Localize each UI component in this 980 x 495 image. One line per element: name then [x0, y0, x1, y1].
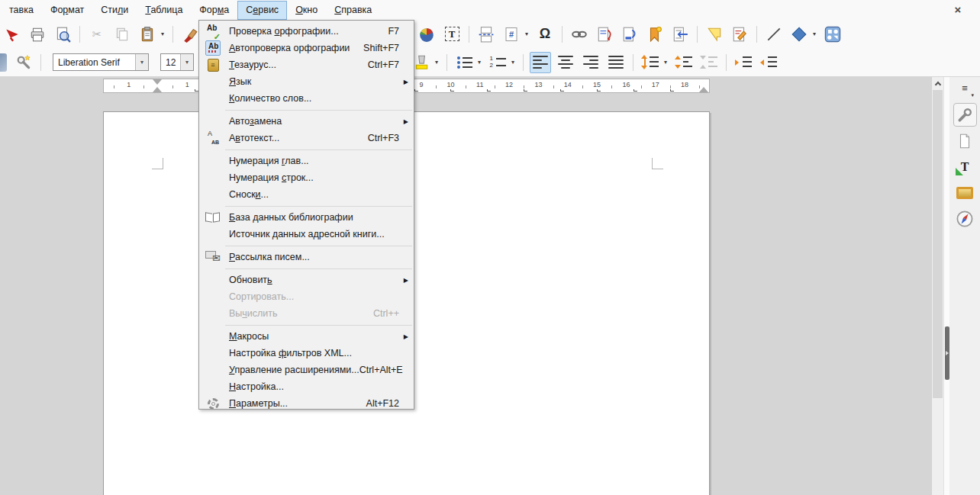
sidebar-tab-page[interactable]	[953, 129, 977, 153]
menu-item-10[interactable]: Нумерация строк...	[199, 169, 414, 186]
menu-item-3[interactable]: Язык▶	[199, 73, 414, 90]
menu-item-2[interactable]: ≡Тезаурус...Ctrl+F7	[199, 56, 414, 73]
insert-textbox-button[interactable]: T	[441, 24, 463, 45]
sidebar-splitter[interactable]	[943, 77, 949, 495]
increase-paragraph-spacing-button[interactable]	[673, 52, 695, 73]
paste-dropdown-arrow[interactable]: ▾	[159, 31, 166, 37]
right-indent-marker[interactable]	[699, 87, 708, 92]
basic-shapes-button[interactable]	[788, 24, 810, 45]
insert-field-button[interactable]: #	[501, 24, 522, 45]
tab-stop-marker[interactable]	[560, 89, 564, 92]
tab-stop-marker[interactable]	[597, 89, 601, 92]
close-document-icon[interactable]: ×	[951, 3, 965, 16]
menu-item-25[interactable]: Настройка...	[199, 378, 414, 395]
menu-item-20: ВычислитьCtrl++	[199, 305, 414, 322]
insert-hyperlink-button[interactable]	[569, 24, 590, 45]
align-center-button[interactable]	[555, 52, 576, 73]
menu-item-26[interactable]: Параметры...Alt+F12	[199, 395, 414, 412]
highlight-dropdown-arrow[interactable]: ▾	[433, 59, 440, 66]
font-name-dropdown-arrow[interactable]: ▾	[135, 54, 148, 70]
scroll-up-button[interactable]	[932, 77, 943, 89]
numbered-list-dropdown-arrow[interactable]: ▾	[509, 59, 517, 66]
special-character-button[interactable]: Ω	[534, 24, 556, 45]
insert-comment-button[interactable]	[704, 24, 725, 45]
menubar-item-1[interactable]: Формат	[42, 1, 92, 20]
menu-item-0[interactable]: Ab✓Проверка орфографии...F7	[199, 23, 414, 40]
bullet-list-button[interactable]	[453, 52, 475, 73]
insert-chart-button[interactable]	[416, 24, 437, 45]
page-break-button[interactable]	[475, 24, 497, 45]
menu-item-icon-empty	[205, 187, 221, 202]
track-changes-button[interactable]	[729, 24, 750, 45]
scrollbar-thumb[interactable]	[933, 90, 943, 398]
sidebar-tab-styles[interactable]: T	[953, 155, 977, 178]
styles-actions-button[interactable]	[13, 52, 34, 73]
numbered-list-button[interactable]: 1 2	[487, 52, 508, 73]
menu-item-7[interactable]: AABАвтотекст...Ctrl+F3	[199, 130, 414, 146]
cross-reference-button[interactable]	[669, 24, 691, 45]
copy-button[interactable]	[111, 24, 133, 45]
menubar-item-2[interactable]: Стили	[92, 1, 137, 20]
sidebar-settings-button[interactable]: ≡ ▾	[956, 85, 974, 98]
menubar-item-4[interactable]: Форма	[191, 1, 237, 20]
symbol-shapes-button[interactable]	[822, 24, 843, 45]
export-pdf-button[interactable]	[2, 24, 23, 45]
insert-endnote-button[interactable]	[619, 24, 640, 45]
menu-item-1[interactable]: AbАвтопроверка орфографииShift+F7	[199, 40, 414, 56]
font-name-select[interactable]: Liberation Serif ▾	[53, 53, 149, 71]
menu-item-24[interactable]: Управление расширениями...Ctrl+Alt+E	[199, 362, 414, 378]
insert-footnote-button[interactable]	[594, 24, 615, 45]
bullet-list-dropdown-arrow[interactable]: ▾	[475, 59, 483, 66]
menubar-item-0[interactable]: тавка	[1, 1, 42, 20]
indent-marker[interactable]	[153, 79, 163, 92]
menubar-item-5-selected[interactable]: Сервис	[237, 1, 287, 20]
sidebar-tab-gallery[interactable]	[953, 181, 977, 204]
menubar-item-6[interactable]: Окно	[287, 1, 326, 20]
menu-item-label: Настройка...	[229, 381, 408, 392]
sidebar-tab-navigator[interactable]	[953, 207, 977, 230]
sidebar-tab-properties[interactable]	[953, 103, 977, 127]
vertical-scrollbar[interactable]	[931, 77, 943, 495]
toolbar-separator	[633, 54, 633, 71]
menu-item-4[interactable]: Количество слов...	[199, 90, 414, 107]
tab-stop-marker[interactable]	[524, 89, 527, 92]
print-button[interactable]	[27, 24, 48, 45]
menu-item-16[interactable]: ✉Рассылка писем...	[199, 249, 414, 265]
paste-button[interactable]	[137, 24, 158, 45]
tab-stop-marker[interactable]	[670, 89, 674, 92]
decrease-indent-button[interactable]	[758, 52, 779, 73]
menu-item-9[interactable]: Нумерация глав...	[199, 153, 414, 169]
menubar-item-3[interactable]: Таблица	[137, 1, 191, 20]
field-dropdown-arrow[interactable]: ▾	[523, 31, 530, 37]
decrease-paragraph-spacing-button[interactable]	[698, 52, 720, 73]
menu-item-22[interactable]: Макросы▶	[199, 328, 414, 345]
menu-item-6[interactable]: Автозамена▶	[199, 113, 414, 130]
font-size-dropdown-arrow[interactable]: ▾	[180, 54, 193, 70]
insert-bookmark-button[interactable]	[644, 24, 666, 45]
menu-item-13[interactable]: База данных библиографии	[199, 209, 414, 226]
ruler-tick	[699, 85, 700, 88]
print-preview-button[interactable]	[52, 24, 73, 45]
tab-stop-marker[interactable]	[633, 89, 637, 92]
menu-item-11[interactable]: Сноски...	[199, 186, 414, 203]
font-size-select[interactable]: 12 ▾	[160, 53, 194, 71]
clipped-icon[interactable]	[0, 53, 7, 72]
tab-stop-marker[interactable]	[450, 89, 454, 92]
menu-item-18[interactable]: Обновить▶	[199, 272, 414, 288]
menu-item-23[interactable]: Настройка фильтров XML...	[199, 345, 414, 362]
align-justify-button[interactable]	[605, 52, 627, 73]
line-spacing-button[interactable]	[640, 52, 661, 73]
tab-stop-marker[interactable]	[487, 89, 491, 92]
menu-item-14[interactable]: Источник данных адресной книги...	[199, 226, 414, 243]
align-right-button[interactable]	[580, 52, 601, 73]
cut-button[interactable]: ✂	[86, 24, 108, 45]
clone-formatting-button[interactable]	[179, 24, 201, 45]
shapes-dropdown-arrow[interactable]: ▾	[811, 31, 818, 37]
insert-line-button[interactable]	[763, 24, 785, 45]
standard-toolbar-right: T # ▾ Ω ▾	[416, 20, 843, 48]
tab-stop-marker[interactable]	[414, 89, 418, 92]
increase-indent-button[interactable]	[733, 52, 754, 73]
align-left-button[interactable]	[530, 52, 551, 73]
menubar-item-7[interactable]: Справка	[326, 1, 380, 20]
line-spacing-dropdown-arrow[interactable]: ▾	[662, 59, 669, 66]
